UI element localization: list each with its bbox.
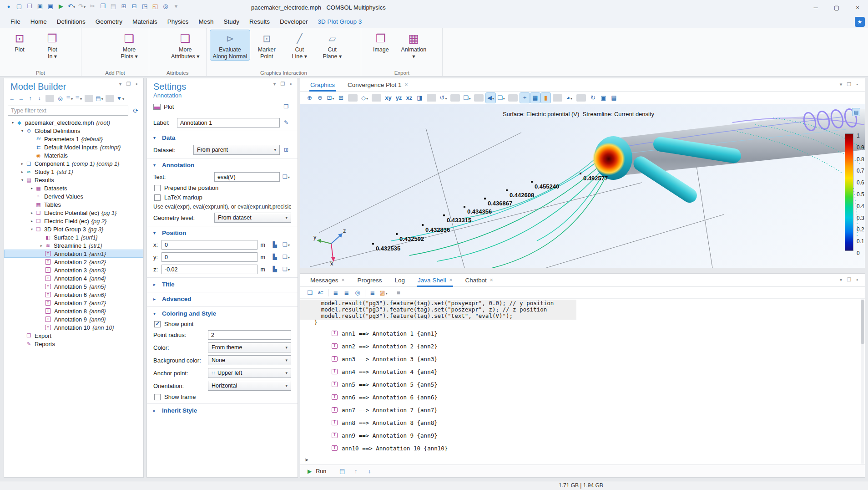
cut-plane-button[interactable]: ▱ Cut Plane ▾ <box>316 30 348 60</box>
word-wrap-icon[interactable]: ≣ <box>368 288 378 298</box>
default-view-icon[interactable]: ◇ <box>360 93 369 103</box>
save-as-icon[interactable]: ▣ <box>45 1 56 11</box>
tree-item-component-1[interactable]: ▸ ❑ Component 1 (comp 1) {comp 1} <box>4 159 143 168</box>
filter-funnel-icon[interactable]: ▼ <box>116 93 125 103</box>
dataset-dropdown[interactable]: From parent▾ <box>193 145 280 155</box>
stop-icon[interactable]: ■ <box>394 288 404 298</box>
minimize-button[interactable]: ─ <box>805 0 826 15</box>
rotate-icon[interactable]: ↺ <box>439 93 448 103</box>
color-palette-icon[interactable]: ◕ <box>565 93 574 103</box>
tab-log[interactable]: Log <box>395 274 405 287</box>
divider[interactable] <box>576 94 586 102</box>
tab-close-icon[interactable]: × <box>342 277 345 283</box>
show-axes-icon[interactable]: + <box>520 93 530 103</box>
tab-close-icon[interactable]: × <box>449 277 452 283</box>
position-input[interactable]: -0.02 <box>161 265 257 274</box>
tree-expander-icon[interactable]: ▸ <box>29 219 35 223</box>
tree-expander-icon[interactable]: ▸ <box>29 186 35 190</box>
prepend-position-checkbox[interactable] <box>154 185 161 191</box>
tree-expander-icon[interactable]: ▸ <box>29 211 35 215</box>
tree-item-annotation-8[interactable]: T Annotation 8 {ann8} <box>4 307 143 315</box>
panel-float-icon[interactable]: ❐ <box>280 81 286 87</box>
clear-selection-icon[interactable]: ◱ <box>150 1 160 11</box>
tree-expander-icon[interactable]: ▸ <box>19 162 25 166</box>
annotation-section-header[interactable]: ▾Annotation <box>147 161 298 169</box>
tab-close-icon[interactable]: × <box>490 277 493 283</box>
tab-messages[interactable]: Messages × <box>310 274 345 287</box>
insert-expression-button[interactable]: ❏ <box>281 172 291 182</box>
tree-item-streamline-1[interactable]: ▸ ≋ Streamline 1 {str1} <box>4 241 143 250</box>
panel-menu-icon[interactable]: ▾ <box>838 277 844 283</box>
tree-item-annotation-10[interactable]: T Annotation 10 {ann 10} <box>4 323 143 332</box>
tree-expander-icon[interactable]: ▸ <box>19 170 25 174</box>
range-button[interactable]: ▙ <box>270 252 280 262</box>
tree-item-annotation-7[interactable]: T Annotation 7 {ann7} <box>4 299 143 307</box>
menu-mesh[interactable]: Mesh <box>193 15 218 28</box>
open-plot-window-button[interactable]: ❐ <box>281 102 291 112</box>
tab-progress[interactable]: Progress <box>358 274 382 287</box>
tree-expander-icon[interactable]: ▸ <box>38 244 45 248</box>
panel-pin-icon[interactable]: ▪ <box>854 277 860 283</box>
latex-markup-checkbox[interactable] <box>154 194 161 201</box>
divider[interactable] <box>508 94 518 102</box>
background-color-dropdown[interactable]: None▾ <box>208 355 291 365</box>
prev-command-icon[interactable]: ↑ <box>351 466 361 476</box>
update-plot-icon[interactable]: ↻ <box>588 93 598 103</box>
panel-menu-icon[interactable]: ▾ <box>117 81 123 87</box>
show-grid-icon[interactable]: ▦ <box>530 93 540 103</box>
tree-expander-icon[interactable]: ▾ <box>29 227 35 231</box>
panel-menu-icon[interactable]: ▾ <box>272 81 278 87</box>
show-icon[interactable]: ◎ <box>56 93 65 103</box>
rename-button[interactable]: ✎ <box>281 118 291 128</box>
point-radius-input[interactable]: 2 <box>208 330 291 340</box>
divider[interactable] <box>365 289 365 296</box>
transparency-icon[interactable]: ❏ <box>496 93 506 103</box>
view-yz-icon[interactable]: yz <box>394 93 404 103</box>
save-icon[interactable]: ▣ <box>35 1 45 11</box>
annotation-label-input[interactable]: Annotation 1 <box>177 118 280 128</box>
tree-item-tables[interactable]: ▦ Tables <box>4 200 143 209</box>
zoom-box-icon[interactable]: ⊡ <box>326 93 335 103</box>
coloring-section-header[interactable]: ▾Coloring and Style <box>147 309 298 318</box>
tree-item-global-definitions[interactable]: ▾ ⊕ Global Definitions <box>4 127 143 135</box>
panel-float-icon[interactable]: ❐ <box>846 82 852 87</box>
menu-definitions[interactable]: Definitions <box>52 15 91 28</box>
plot-button[interactable]: ⊡ Plot <box>4 30 35 60</box>
menu-3d-plot-group-3[interactable]: 3D Plot Group 3 <box>313 15 367 28</box>
image-button[interactable]: ❐ Image <box>365 30 397 60</box>
redo-icon[interactable]: ↷ <box>77 1 87 11</box>
snapshot-icon[interactable]: ▣ <box>599 93 608 103</box>
divider[interactable] <box>85 95 93 102</box>
tree-item-parameters-1[interactable]: Pi Parameters 1 {default} <box>4 135 143 143</box>
panel-pin-icon[interactable]: ▪ <box>288 81 294 87</box>
zoom-out-icon[interactable]: ⊖ <box>315 93 325 103</box>
divider[interactable] <box>427 94 436 102</box>
tree-item-annotation-5[interactable]: T Annotation 5 {ann5} <box>4 282 143 291</box>
divider[interactable] <box>450 94 460 102</box>
divider[interactable] <box>328 289 328 296</box>
animation-button[interactable]: ▦ Animation ▾ <box>398 30 429 60</box>
show-point-checkbox[interactable] <box>154 321 161 327</box>
close-button[interactable]: × <box>847 0 868 15</box>
view-xy-icon[interactable]: xy <box>384 93 393 103</box>
duplicate-icon[interactable]: ⊞ <box>119 1 129 11</box>
expand-all-icon[interactable]: ≣ <box>65 93 74 103</box>
tab-chatbot[interactable]: Chatbot × <box>465 274 493 287</box>
divider[interactable] <box>348 94 358 102</box>
menu-results[interactable]: Results <box>244 15 275 28</box>
run-icon[interactable]: ▶ <box>308 468 312 475</box>
panel-pin-icon[interactable]: ▪ <box>854 82 860 87</box>
tree-item-electric-potential[interactable]: ▸ ❑ Electric Potential (ec) {pg 1} <box>4 209 143 217</box>
more-plots-button[interactable]: ❑ More Plots ▾ <box>113 30 145 60</box>
tree-filter-input[interactable] <box>8 106 128 116</box>
tree-item-materials[interactable]: ◉ Materials <box>4 151 143 159</box>
delete-icon[interactable]: ⊟ <box>129 1 139 11</box>
color-dropdown[interactable]: From theme▾ <box>208 342 291 352</box>
tree-expander-icon[interactable]: ▾ <box>19 129 25 133</box>
evaluate-icon[interactable]: a= <box>316 288 326 298</box>
annotation-text-input[interactable]: eval(V) <box>214 172 280 182</box>
zoom-in-icon[interactable]: ⊕ <box>305 93 314 103</box>
refresh-icon[interactable]: ⟳ <box>131 107 140 114</box>
view-xz-icon[interactable]: xz <box>404 93 414 103</box>
tree-item-results[interactable]: ▾ ▤ Results <box>4 176 143 184</box>
